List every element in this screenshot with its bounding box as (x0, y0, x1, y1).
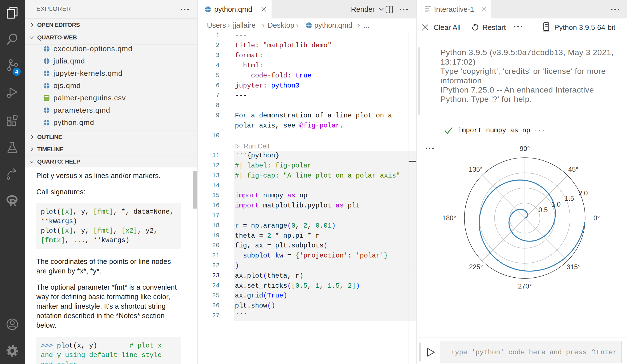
svg-text:225°: 225° (469, 263, 483, 271)
svg-text:270°: 270° (518, 282, 532, 290)
svg-text:0.5: 0.5 (538, 206, 548, 214)
svg-text:90°: 90° (520, 145, 530, 152)
svg-text:0°: 0° (593, 214, 600, 222)
svg-text:2.0: 2.0 (578, 189, 588, 197)
svg-text:135°: 135° (469, 166, 483, 173)
svg-text:1.5: 1.5 (565, 195, 574, 202)
svg-text:180°: 180° (442, 214, 456, 222)
svg-text:R: R (10, 197, 16, 207)
svg-text:315°: 315° (567, 263, 581, 271)
svg-text:45°: 45° (568, 166, 578, 173)
svg-text:1.0: 1.0 (551, 200, 560, 208)
